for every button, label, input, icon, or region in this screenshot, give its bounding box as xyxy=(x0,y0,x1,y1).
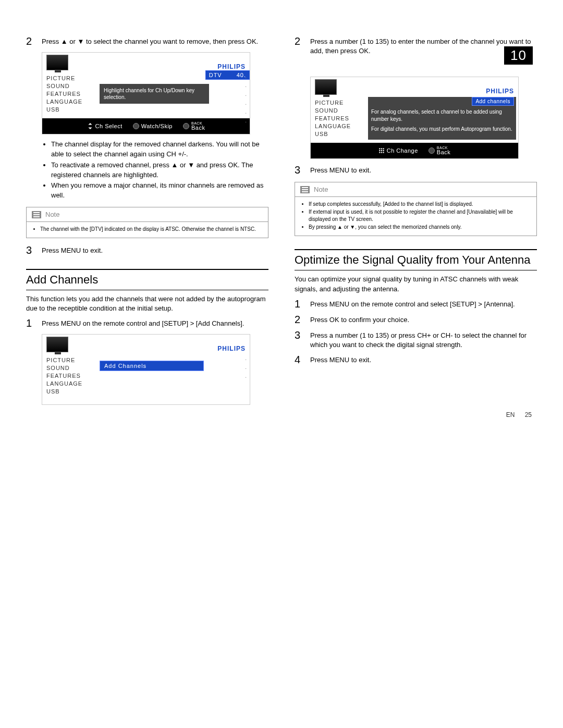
step-text: Press ▲ or ▼ to select the channel you w… xyxy=(42,35,258,47)
tv-menu-list: PICTURE SOUND FEATURES LANGUAGE USB xyxy=(42,353,100,400)
tv-menu-item: SOUND xyxy=(46,83,95,89)
list-item: By pressing ▲ or ▼, you can select the m… xyxy=(309,224,531,231)
svg-point-8 xyxy=(383,152,384,153)
tv-control-bar: Ch Change BACK Back xyxy=(311,143,518,158)
tv-icon xyxy=(46,337,68,352)
bar-ch-select: Ch Select xyxy=(87,123,123,129)
tv-icon xyxy=(315,79,337,95)
tv-menu-item: PICTURE xyxy=(46,357,95,363)
note-box-left: Note The channel with the [DTV] indicate… xyxy=(26,207,268,238)
step-number: 4 xyxy=(295,354,305,365)
dtv-label: DTV xyxy=(209,72,222,78)
add-channels-badge: Add channels xyxy=(472,97,514,106)
optimize-intro: You can optimize your signal quality by … xyxy=(295,275,537,293)
bar-back: BACK Back xyxy=(429,146,450,155)
opt-step-2: 2 Press OK to conﬁrm your choice. xyxy=(295,314,537,325)
decorative-dots: ...... xyxy=(245,73,247,124)
opt-step-3: 3 Press a number (1 to 135) or press CH+… xyxy=(295,329,537,350)
grid-icon xyxy=(378,147,385,154)
tv-screenshot-add-channels-menu: PHILIPS PICTURE SOUND FEATURES LANGUAGE … xyxy=(42,334,250,405)
tv-icon xyxy=(46,55,68,70)
tv-hint-analog: For analog channels, select a channel to… xyxy=(371,108,513,122)
note-box-right: Note If setup completes successfully, [A… xyxy=(295,182,537,236)
svg-point-1 xyxy=(381,149,382,150)
remove-channel-notes: The channel display for the removed chan… xyxy=(26,140,268,201)
opt-step-1: 1 Press MENU on the remote control and s… xyxy=(295,298,537,310)
section-add-channels: Add Channels xyxy=(26,269,268,290)
brand-logo: PHILIPS xyxy=(486,88,514,95)
svg-point-5 xyxy=(383,150,384,151)
updown-icon xyxy=(87,123,93,129)
tv-menu-item: PICTURE xyxy=(46,75,95,81)
step-number: 2 xyxy=(26,35,36,47)
step-text: Press MENU to exit. xyxy=(42,244,103,256)
left-step-3: 3 Press MENU to exit. xyxy=(26,244,268,256)
right-step-3: 3 Press MENU to exit. xyxy=(295,164,537,176)
tv-menu-item: SOUND xyxy=(315,107,364,114)
note-label: Note xyxy=(314,186,328,193)
list-item: If external input is used, it is not pos… xyxy=(309,208,531,223)
tv-menu-item: LANGUAGE xyxy=(46,98,95,105)
step-number: 1 xyxy=(26,317,36,329)
add-channels-badge: Add Channels xyxy=(100,361,204,371)
tv-screenshot-add-channel-entry: 10 PHILIPS PICTURE SOUND FEATURES LANGUA… xyxy=(310,77,519,159)
step-text: Press OK to conﬁrm your choice. xyxy=(310,314,409,325)
brand-logo: PHILIPS xyxy=(217,345,246,352)
tv-menu-item: PICTURE xyxy=(315,100,364,106)
step-text: Press MENU to exit. xyxy=(310,164,371,176)
note-label: Note xyxy=(45,211,59,218)
bar-back: BACK Back xyxy=(183,121,205,131)
step-number: 2 xyxy=(295,35,305,56)
note-icon xyxy=(300,186,310,193)
list-item: To reactivate a removed channel, press ▲… xyxy=(51,161,268,180)
svg-point-0 xyxy=(379,149,380,150)
step-number: 2 xyxy=(295,314,305,325)
page-columns: 2 Press ▲ or ▼ to select the channel you… xyxy=(26,31,537,410)
tv-hint-digital: For digital channels, you must perform A… xyxy=(371,126,513,133)
left-column: 2 Press ▲ or ▼ to select the channel you… xyxy=(26,31,268,410)
back-icon xyxy=(183,123,189,129)
tv-menu-item: SOUND xyxy=(46,365,95,371)
bar-watch-skip: Watch/Skip xyxy=(133,123,173,129)
step-number: 3 xyxy=(26,244,36,256)
svg-point-2 xyxy=(383,149,384,150)
list-item: If setup completes successfully, [Added … xyxy=(309,201,531,208)
step-number: 1 xyxy=(295,298,305,310)
tv-menu-item: LANGUAGE xyxy=(315,123,364,129)
step-number: 3 xyxy=(295,164,305,176)
ok-icon xyxy=(133,123,139,129)
svg-point-7 xyxy=(381,152,382,153)
tv-screenshot-remove-channel: PHILIPS PICTURE SOUND FEATURES LANGUAGE … xyxy=(42,52,250,134)
list-item: The channel with the [DTV] indicated on … xyxy=(40,226,263,233)
tv-menu-list: PICTURE SOUND FEATURES LANGUAGE USB xyxy=(42,71,100,118)
tv-menu-item: LANGUAGE xyxy=(46,380,95,387)
svg-point-4 xyxy=(381,150,382,151)
right-column: 2 Press a number (1 to 135) to enter the… xyxy=(295,31,537,410)
back-icon xyxy=(429,147,435,154)
dtv-badge: DTV 40. xyxy=(205,70,250,80)
step-text: Press a number (1 to 135) or press CH+ o… xyxy=(310,329,537,350)
add-channels-intro: This function lets you add the channels … xyxy=(26,294,268,313)
svg-point-3 xyxy=(379,150,380,151)
step-number: 3 xyxy=(295,329,305,350)
tv-menu-item: USB xyxy=(46,106,95,113)
tv-right-pane: Add channels For analog channels, select… xyxy=(368,97,516,140)
step-text: Press MENU on the remote control and sel… xyxy=(310,298,515,310)
tv-right-pane: Add Channels ... xyxy=(100,353,250,400)
step-text: Press MENU on the remote control and [SE… xyxy=(42,317,244,329)
step-text: Press a number (1 to 135) to enter the n… xyxy=(310,35,537,56)
tv-menu-list: PICTURE SOUND FEATURES LANGUAGE USB xyxy=(311,96,368,143)
add-channels-step-1: 1 Press MENU on the remote control and [… xyxy=(26,317,268,329)
bar-ch-change: Ch Change xyxy=(378,147,418,154)
svg-point-6 xyxy=(379,152,380,153)
list-item: When you remove a major channel, its min… xyxy=(51,181,268,201)
right-step-2: 2 Press a number (1 to 135) to enter the… xyxy=(295,35,537,56)
tv-menu-item: USB xyxy=(315,131,364,137)
decorative-dots: ... xyxy=(245,355,247,379)
opt-step-4: 4 Press MENU to exit. xyxy=(295,354,537,365)
tv-menu-item: FEATURES xyxy=(315,115,364,121)
page-number: EN 25 xyxy=(506,411,532,418)
note-icon xyxy=(32,211,41,218)
brand-logo: PHILIPS xyxy=(217,63,246,70)
tv-control-bar: Ch Select Watch/Skip BACK Back xyxy=(42,118,250,134)
